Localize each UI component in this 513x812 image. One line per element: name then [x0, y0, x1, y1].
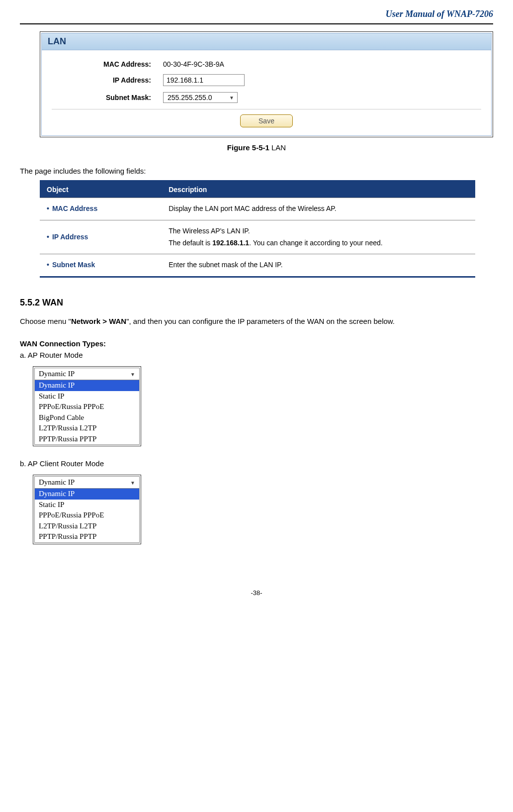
section-heading-wan: 5.5.2 WAN	[20, 298, 493, 308]
para-pre: Choose menu "	[20, 317, 71, 325]
ip-address-label: IP Address:	[52, 76, 161, 84]
figure-number: Figure 5-5-1	[227, 143, 269, 152]
dropdown-a-option[interactable]: PPTP/Russia PPTP	[35, 434, 139, 445]
dropdown-a-option[interactable]: Static IP	[35, 391, 139, 402]
page-header: User Manual of WNAP-7206	[20, 5, 493, 24]
lan-screenshot-frame: LAN MAC Address: 00-30-4F-9C-3B-9A IP Ad…	[40, 31, 493, 137]
object-description: The Wireless AP's LAN IP.The default is …	[162, 220, 475, 254]
dropdown-a-frame: Dynamic IP Dynamic IP Static IP PPPoE/Ru…	[33, 366, 141, 446]
intro-text: The page includes the following fields:	[20, 167, 493, 175]
dropdown-b-selected[interactable]: Dynamic IP	[35, 477, 139, 489]
table-row: •IP Address The Wireless AP's LAN IP.The…	[40, 220, 475, 254]
para-bold: Network > WAN	[71, 317, 126, 325]
list-item-b: b. AP Client Router Mode	[20, 459, 493, 468]
dropdown-a-option[interactable]: BigPond Cable	[35, 412, 139, 423]
subnet-mask-select[interactable]: 255.255.255.0	[163, 92, 238, 103]
page-number: -38-	[20, 589, 493, 597]
table-row: •Subnet Mask Enter the subnet mask of th…	[40, 254, 475, 277]
subnet-mask-label: Subnet Mask:	[52, 94, 161, 102]
dropdown-a-option[interactable]: Dynamic IP	[35, 380, 139, 391]
object-name: MAC Address	[52, 204, 97, 212]
wan-paragraph: Choose menu "Network > WAN", and then yo…	[20, 313, 493, 329]
ip-address-input[interactable]	[163, 74, 245, 86]
para-post: ", and then you can configure the IP par…	[126, 317, 395, 325]
dropdown-b-frame: Dynamic IP Dynamic IP Static IP PPPoE/Ru…	[33, 475, 141, 544]
object-description: Display the LAN port MAC address of the …	[162, 198, 475, 220]
subnet-mask-value: 255.255.255.0	[168, 94, 212, 102]
dropdown-b-option[interactable]: L2TP/Russia L2TP	[35, 521, 139, 532]
object-description: Enter the subnet mask of the LAN IP.	[162, 254, 475, 277]
table-row: •MAC Address Display the LAN port MAC ad…	[40, 198, 475, 220]
dropdown-b-option[interactable]: Static IP	[35, 500, 139, 510]
bullet-icon: •	[47, 261, 49, 269]
lan-panel: LAN MAC Address: 00-30-4F-9C-3B-9A IP Ad…	[41, 33, 492, 136]
dropdown-a-option[interactable]: L2TP/Russia L2TP	[35, 423, 139, 434]
figure-caption: Figure 5-5-1 LAN	[20, 143, 493, 152]
bullet-icon: •	[47, 204, 49, 212]
dropdown-a-option[interactable]: PPPoE/Russia PPPoE	[35, 402, 139, 412]
lan-body: MAC Address: 00-30-4F-9C-3B-9A IP Addres…	[42, 50, 491, 135]
dropdown-b-option[interactable]: PPTP/Russia PPTP	[35, 531, 139, 542]
mac-address-value: 00-30-4F-9C-3B-9A	[161, 60, 224, 68]
object-name: Subnet Mask	[52, 261, 95, 269]
list-item-a: a. AP Router Mode	[20, 351, 493, 359]
save-button[interactable]: Save	[240, 114, 293, 127]
object-name: IP Address	[52, 233, 88, 241]
figure-text: LAN	[269, 143, 286, 152]
dropdown-b-option[interactable]: Dynamic IP	[35, 489, 139, 500]
dropdown-a-selected[interactable]: Dynamic IP	[35, 368, 139, 380]
bullet-icon: •	[47, 233, 49, 241]
table-header-object: Object	[40, 181, 162, 198]
object-description-table: Object Description •MAC Address Display …	[40, 180, 475, 278]
lan-title: LAN	[42, 33, 491, 50]
mac-address-label: MAC Address:	[52, 60, 161, 68]
dropdown-a[interactable]: Dynamic IP Dynamic IP Static IP PPPoE/Ru…	[34, 368, 140, 445]
dropdown-b[interactable]: Dynamic IP Dynamic IP Static IP PPPoE/Ru…	[34, 476, 140, 543]
dropdown-b-option[interactable]: PPPoE/Russia PPPoE	[35, 510, 139, 521]
table-header-description: Description	[162, 181, 475, 198]
wan-connection-types-heading: WAN Connection Types:	[20, 339, 493, 348]
